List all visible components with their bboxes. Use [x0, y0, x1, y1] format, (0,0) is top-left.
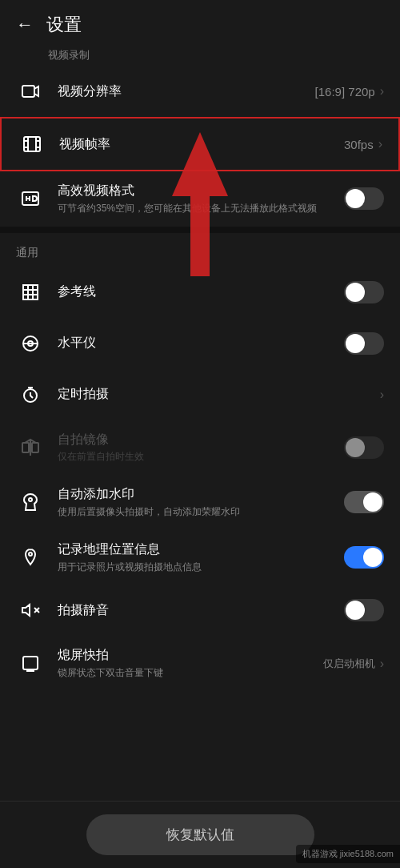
selfie-mirror-content: 自拍镜像 仅在前置自拍时生效 [58, 432, 344, 464]
timer-title: 定时拍摄 [58, 386, 380, 403]
watermark-icon [16, 488, 45, 516]
svg-rect-19 [23, 657, 38, 669]
screen-flash-chevron: › [380, 657, 384, 671]
location-subtitle: 用于记录照片或视频拍摄地点信息 [58, 561, 344, 574]
section-divider [0, 227, 400, 233]
video-framerate-item[interactable]: 视频帧率 30fps › [0, 117, 400, 171]
selfie-mirror-item[interactable]: 自拍镜像 仅在前置自拍时生效 [0, 420, 400, 476]
location-title: 记录地理位置信息 [58, 541, 344, 558]
watermark-title: 自动添加水印 [58, 486, 344, 503]
screen-icon [16, 649, 45, 678]
watermark-item[interactable]: 自动添加水印 使用后置摄像头拍摄时，自动添加荣耀水印 [0, 475, 400, 530]
timer-chevron: › [380, 388, 384, 402]
video-framerate-value: 30fps [344, 138, 374, 151]
screen-flash-item[interactable]: 熄屏快拍 锁屏状态下双击音量下键 仅启动相机 › [0, 636, 400, 691]
header: ← 设置 [0, 0, 400, 43]
shutter-sound-title: 拍摄静音 [58, 602, 344, 619]
svg-rect-1 [24, 137, 40, 151]
grid-icon [16, 278, 45, 307]
screen-flash-content: 熄屏快拍 锁屏状态下双击音量下键 [58, 647, 323, 680]
shutter-sound-item[interactable]: 拍摄静音 [0, 585, 400, 636]
mirror-icon [16, 433, 45, 462]
video-resolution-title: 视频分辨率 [58, 83, 315, 100]
svg-rect-14 [32, 443, 38, 452]
svg-point-15 [29, 498, 32, 501]
screen-flash-subtitle: 锁屏状态下双击音量下键 [58, 666, 323, 680]
high-efficiency-subtitle: 可节省约35%空间，您可能在其他设备上无法播放此格式视频 [58, 202, 344, 215]
screen-flash-title: 熄屏快拍 [58, 647, 323, 664]
selfie-mirror-title: 自拍镜像 [58, 432, 344, 448]
svg-rect-13 [22, 443, 29, 452]
watermark-badge: 机器游戏 jixie5188.com [296, 845, 400, 863]
timer-icon [16, 380, 45, 409]
timer-content: 定时拍摄 [58, 386, 380, 403]
location-item[interactable]: 记录地理位置信息 用于记录照片或视频拍摄地点信息 [0, 530, 400, 585]
high-efficiency-title: 高效视频格式 [58, 183, 344, 199]
location-icon [16, 543, 45, 572]
mute-icon [16, 596, 45, 625]
film-icon [18, 130, 46, 159]
top-section-label: 视频录制 [0, 43, 400, 66]
watermark-toggle[interactable] [344, 491, 384, 513]
video-resolution-value: [16:9] 720p [315, 85, 375, 98]
selfie-mirror-subtitle: 仅在前置自拍时生效 [58, 450, 344, 464]
shutter-sound-toggle[interactable] [344, 599, 384, 621]
page-title: 设置 [46, 13, 82, 37]
selfie-mirror-toggle[interactable] [344, 436, 384, 459]
video-framerate-title: 视频帧率 [59, 136, 344, 153]
timer-item[interactable]: 定时拍摄 › [0, 369, 400, 420]
level-title: 水平仪 [58, 335, 344, 352]
watermark-subtitle: 使用后置摄像头拍摄时，自动添加荣耀水印 [58, 505, 344, 519]
grid-lines-content: 参考线 [58, 283, 344, 300]
grid-lines-toggle[interactable] [344, 281, 384, 303]
level-content: 水平仪 [58, 335, 344, 352]
high-efficiency-item[interactable]: 高效视频格式 可节省约35%空间，您可能在其他设备上无法播放此格式视频 [0, 171, 400, 227]
video-icon [16, 77, 45, 106]
video-resolution-content: 视频分辨率 [58, 83, 315, 100]
level-toggle[interactable] [344, 332, 384, 355]
back-button[interactable]: ← [16, 14, 34, 35]
svg-rect-0 [22, 86, 34, 97]
video-resolution-item[interactable]: 视频分辨率 [16:9] 720p › [0, 66, 400, 117]
location-content: 记录地理位置信息 用于记录照片或视频拍摄地点信息 [58, 541, 344, 574]
level-icon [16, 329, 45, 358]
svg-point-16 [29, 553, 32, 556]
high-efficiency-toggle[interactable] [344, 187, 384, 210]
hd-icon [16, 184, 45, 213]
location-toggle[interactable] [344, 546, 384, 569]
video-framerate-content: 视频帧率 [59, 136, 344, 153]
grid-lines-item[interactable]: 参考线 [0, 267, 400, 318]
video-resolution-chevron: › [380, 84, 384, 98]
general-section-label: 通用 [0, 233, 400, 267]
level-item[interactable]: 水平仪 [0, 318, 400, 369]
video-framerate-chevron: › [378, 137, 382, 151]
shutter-sound-content: 拍摄静音 [58, 602, 344, 619]
reset-button[interactable]: 恢复默认值 [86, 814, 314, 855]
watermark-content: 自动添加水印 使用后置摄像头拍摄时，自动添加荣耀水印 [58, 486, 344, 519]
high-efficiency-content: 高效视频格式 可节省约35%空间，您可能在其他设备上无法播放此格式视频 [58, 183, 344, 215]
grid-lines-title: 参考线 [58, 283, 344, 300]
screen-flash-value: 仅启动相机 [323, 657, 375, 671]
